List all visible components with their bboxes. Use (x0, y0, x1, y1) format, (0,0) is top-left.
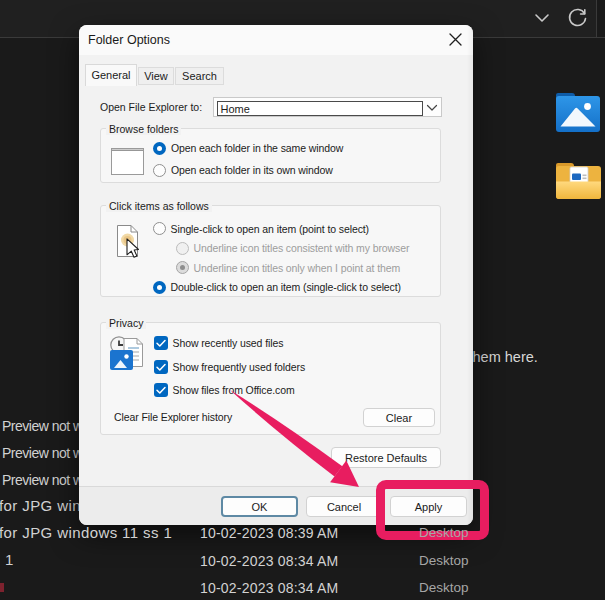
combobox-chevron-icon[interactable] (426, 104, 438, 112)
radio-same-window-label[interactable]: Open each folder in the same window (171, 142, 343, 154)
cancel-button[interactable]: Cancel (306, 496, 382, 517)
checkbox-recent-files-label[interactable]: Show recently used files (173, 337, 284, 349)
file-date: 10-02-2023 08:34 AM (200, 580, 338, 596)
privacy-legend: Privacy (106, 317, 146, 329)
dialog-title: Folder Options (88, 33, 170, 47)
check-icon (154, 383, 168, 397)
file-date: 10-02-2023 08:34 AM (200, 553, 338, 569)
tab-search[interactable]: Search (175, 67, 224, 85)
open-to-label: Open File Explorer to: (100, 101, 202, 113)
radio-own-window[interactable] (153, 164, 166, 177)
radio-underline-point-label: Underline icon titles only when I point … (194, 262, 401, 274)
check-icon (154, 336, 168, 350)
checkbox-frequent-folders[interactable] (154, 360, 168, 374)
radio-underline-point (176, 261, 189, 274)
file-name[interactable]: 1 (5, 552, 14, 568)
refresh-icon[interactable] (566, 7, 590, 31)
browse-folders-group: Browse folders Open each folder in the s… (100, 128, 441, 183)
combobox-value: Home (221, 103, 250, 115)
radio-underline-browser-label: Underline icon titles consistent with my… (194, 242, 410, 254)
browse-folders-legend: Browse folders (106, 123, 181, 135)
screen: Preview not working Preview not working … (0, 0, 605, 600)
restore-defaults-button[interactable]: Restore Defaults (331, 447, 441, 468)
privacy-history-icon (108, 335, 144, 370)
checkbox-recent-files[interactable] (154, 336, 168, 350)
pictures-folder-icon[interactable] (556, 91, 600, 132)
privacy-group: Privacy Show recently used files (100, 322, 441, 435)
checkbox-office-files-label[interactable]: Show files from Office.com (173, 384, 295, 396)
file-name[interactable]: for JPG windows 11 ss 1 (0, 525, 172, 541)
radio-underline-browser (176, 242, 189, 255)
chevron-down-icon[interactable] (528, 8, 556, 28)
checkbox-frequent-folders-label[interactable]: Show frequently used folders (173, 361, 306, 373)
close-icon[interactable] (448, 32, 463, 47)
file-location: Desktop (419, 525, 469, 541)
documents-folder-icon[interactable] (556, 162, 601, 199)
file-location: Desktop (419, 580, 469, 596)
radio-double-click[interactable] (153, 281, 166, 294)
click-items-group: Click items as follows Single-click to o… (100, 205, 441, 297)
check-icon (154, 360, 168, 374)
checkbox-office-files[interactable] (154, 383, 168, 397)
click-items-legend: Click items as follows (106, 200, 212, 212)
radio-double-click-label[interactable]: Double-click to open an item (single-cli… (171, 281, 401, 293)
drag-hint-text: them here. (469, 349, 538, 365)
ok-button[interactable]: OK (221, 496, 298, 517)
file-thumbnail-sliver (0, 583, 4, 592)
radio-own-window-label[interactable]: Open each folder in its own window (171, 164, 333, 176)
click-document-icon (117, 225, 144, 260)
folder-window-icon (111, 148, 144, 175)
tab-general[interactable]: General (85, 64, 137, 86)
radio-single-click-label[interactable]: Single-click to open an item (point to s… (171, 223, 370, 235)
file-date: 10-02-2023 08:39 AM (200, 525, 338, 541)
clear-button[interactable]: Clear (363, 408, 435, 427)
tab-view[interactable]: View (138, 67, 174, 85)
radio-same-window[interactable] (153, 142, 166, 155)
folder-options-dialog: Folder Options General View Search Open … (79, 25, 473, 525)
open-to-combobox[interactable]: Home (213, 97, 442, 117)
file-location: Desktop (419, 553, 469, 569)
radio-single-click[interactable] (153, 222, 166, 235)
clear-history-label: Clear File Explorer history (114, 411, 232, 423)
combobox-edit-field[interactable]: Home (217, 101, 423, 116)
